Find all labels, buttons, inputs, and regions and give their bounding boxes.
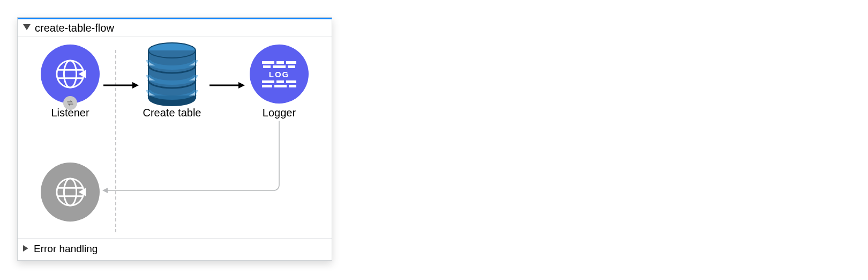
node-logger[interactable]: LOG Logger <box>242 45 317 119</box>
svg-marker-17 <box>102 188 108 193</box>
flow-header[interactable]: create-table-flow <box>18 18 332 37</box>
svg-marker-16 <box>78 188 86 196</box>
response-icon <box>41 163 100 222</box>
globe-icon <box>55 58 86 90</box>
svg-marker-18 <box>23 245 28 252</box>
logger-icon: LOG <box>250 45 309 104</box>
svg-point-13 <box>64 179 76 205</box>
logger-label: Logger <box>242 107 317 119</box>
collapse-icon[interactable] <box>23 22 31 34</box>
svg-point-2 <box>64 61 76 87</box>
exchange-icon <box>63 96 77 110</box>
node-listener[interactable]: Listener <box>33 45 108 119</box>
svg-marker-0 <box>23 24 31 30</box>
return-arrow <box>98 121 286 201</box>
panel-accent <box>18 18 332 19</box>
node-response[interactable] <box>33 163 108 222</box>
database-icon <box>143 45 201 104</box>
create-table-label: Create table <box>134 107 209 119</box>
flow-canvas[interactable]: Listener <box>18 37 332 235</box>
globe-icon <box>55 176 86 208</box>
error-handling-label: Error handling <box>34 243 98 255</box>
arrow-icon <box>208 80 246 91</box>
flow-panel: create-table-flow <box>17 17 332 261</box>
flow-title: create-table-flow <box>35 22 114 34</box>
error-handling-header[interactable]: Error handling <box>18 238 332 260</box>
listener-icon <box>41 45 100 104</box>
svg-marker-5 <box>78 70 86 78</box>
expand-icon[interactable] <box>23 243 29 255</box>
log-text: LOG <box>262 70 296 79</box>
node-create-table[interactable]: Create table <box>134 45 209 119</box>
